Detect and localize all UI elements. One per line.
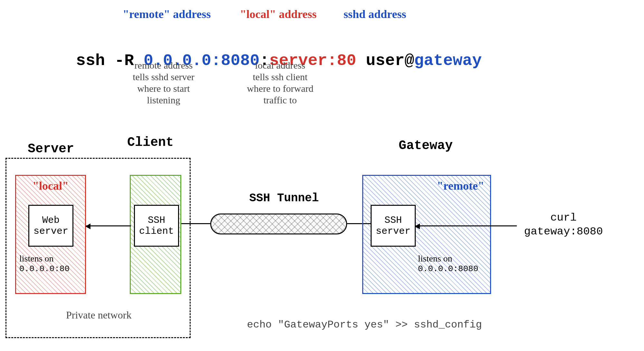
arrow-client-to-server xyxy=(86,225,131,226)
listens-line: listens on xyxy=(19,253,70,264)
note-remote: remote address tells sshd server where t… xyxy=(114,60,213,106)
cmd-gateway: gateway xyxy=(414,52,482,70)
arrow-curl-ext xyxy=(491,225,517,226)
ssh-server-box: SSH server xyxy=(371,205,416,247)
server-box: "local" Web server listens on 0.0.0.0:80 xyxy=(15,175,86,294)
tunnel-line-left xyxy=(181,223,210,224)
client-box: SSH client xyxy=(130,175,181,294)
note-line: listening xyxy=(114,94,213,106)
gateway-remote-label: "remote" xyxy=(437,179,484,193)
curl-line: gateway:8080 xyxy=(514,225,613,239)
note-line: tells ssh client xyxy=(232,71,328,83)
tunnel-label: SSH Tunnel xyxy=(224,192,344,205)
cmd-user: user@ xyxy=(356,52,414,70)
title-client: Client xyxy=(127,135,174,150)
title-server: Server xyxy=(28,142,74,156)
note-local: local address tells ssh client where to … xyxy=(232,60,328,106)
label-local: "local" address xyxy=(240,7,317,21)
note-line: tells sshd server xyxy=(114,71,213,83)
listens-line: listens on xyxy=(418,253,478,264)
ssh-label: SSH xyxy=(139,215,174,226)
ssh-label: server xyxy=(376,226,411,237)
gateway-listens: listens on 0.0.0.0:8080 xyxy=(418,253,478,274)
ssh-tunnel xyxy=(210,213,347,234)
ssh-label: client xyxy=(139,226,174,237)
curl-command: curl gateway:8080 xyxy=(514,211,613,238)
title-gateway: Gateway xyxy=(399,138,453,153)
note-line: where to forward xyxy=(232,83,328,94)
note-line: remote address xyxy=(114,60,213,71)
note-line: local address xyxy=(232,60,328,71)
web-label: Web xyxy=(33,215,68,226)
echo-command: echo "GatewayPorts yes" >> sshd_config xyxy=(247,319,482,331)
curl-line: curl xyxy=(514,211,613,225)
gateway-box: "remote" SSH server listens on 0.0.0.0:8… xyxy=(362,175,491,294)
note-line: traffic to xyxy=(232,94,328,106)
private-network-label: Private network xyxy=(66,309,132,321)
ssh-label: SSH xyxy=(376,215,411,226)
label-sshd: sshd address xyxy=(344,7,406,21)
server-listens: listens on 0.0.0.0:80 xyxy=(19,253,70,274)
server-local-label: "local" xyxy=(16,179,85,193)
arrow-curl-to-ssh xyxy=(415,225,494,226)
listens-line: 0.0.0.0:80 xyxy=(19,264,70,274)
note-line: where to start xyxy=(114,83,213,94)
web-label: server xyxy=(33,226,68,237)
web-server-box: Web server xyxy=(28,205,73,247)
ssh-client-box: SSH client xyxy=(134,205,179,247)
listens-line: 0.0.0.0:8080 xyxy=(418,264,478,274)
label-remote: "remote" address xyxy=(123,7,211,21)
